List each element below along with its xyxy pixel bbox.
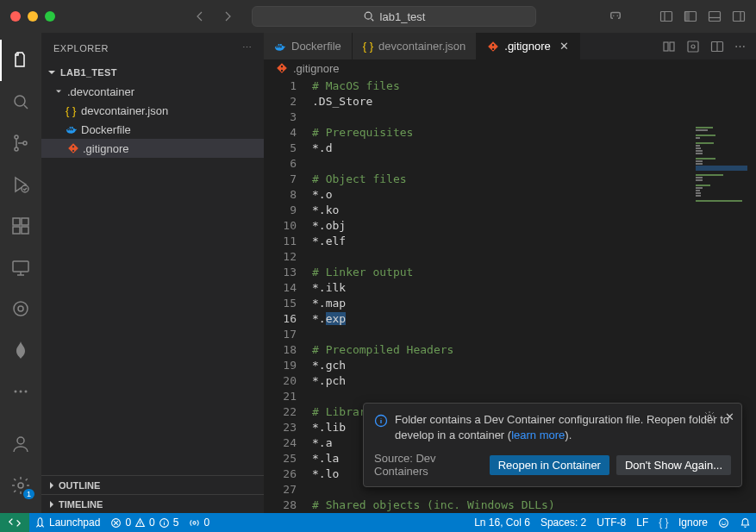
chevron-right-icon	[45, 479, 59, 492]
git-file-icon	[487, 41, 499, 53]
section-outline[interactable]: OUTLINE	[41, 475, 264, 494]
svg-rect-11	[13, 218, 20, 225]
activity-gitlens[interactable]	[0, 288, 41, 329]
sb-launchpad[interactable]: Launchpad	[29, 516, 105, 529]
sb-cursor-position[interactable]: Ln 16, Col 6	[469, 516, 535, 529]
sb-ports[interactable]: 0	[184, 516, 215, 529]
notification-link[interactable]: learn more	[511, 429, 565, 441]
sb-language[interactable]: { } Ignore	[653, 516, 713, 529]
activity-settings[interactable]: 1	[0, 465, 41, 506]
more-actions-icon[interactable]: ⋯	[734, 40, 746, 53]
breadcrumb-file: .gitignore	[293, 62, 339, 75]
activity-explorer[interactable]	[0, 40, 41, 81]
layout-toggle-bottom-icon[interactable]	[708, 9, 722, 23]
tab-label: devcontainer.json	[378, 40, 465, 53]
tab-dockerfile[interactable]: Dockerfile	[264, 33, 353, 59]
layout-customize-icon[interactable]	[732, 9, 746, 23]
tree-file-dockerfile[interactable]: Dockerfile	[41, 120, 264, 139]
tree-file-gitignore[interactable]: .gitignore	[41, 139, 264, 158]
svg-rect-5	[734, 12, 745, 22]
activity-extensions[interactable]	[0, 205, 41, 247]
json-file-icon: { }	[363, 40, 373, 53]
nav-forward-button[interactable]	[221, 9, 234, 23]
activity-run-debug[interactable]	[0, 164, 41, 205]
activity-source-control[interactable]	[0, 122, 41, 164]
minimap[interactable]	[696, 126, 747, 229]
dont-show-again-button[interactable]: Don't Show Again...	[616, 455, 731, 475]
svg-rect-4	[709, 12, 721, 22]
status-bar: Launchpad 0 0 5 0 Ln 16, Col 6 Spaces: 2…	[0, 513, 756, 532]
nav-arrows	[193, 9, 234, 23]
tab-close-icon[interactable]: ✕	[559, 40, 569, 53]
sidebar-header: EXPLORER ⋯	[41, 33, 264, 63]
copilot-icon[interactable]	[608, 9, 623, 24]
notification-toast: ✕ Folder contains a Dev Container config…	[363, 403, 742, 487]
sb-feedback-icon[interactable]	[713, 516, 734, 529]
git-file-icon	[67, 142, 83, 154]
notification-source: Source: Dev Containers	[374, 452, 483, 478]
command-center-search[interactable]: lab1_test	[252, 6, 536, 27]
activity-overflow[interactable]	[0, 371, 41, 412]
tree-file-devcontainer-json[interactable]: { } devcontainer.json	[41, 101, 264, 120]
activity-mongodb[interactable]	[0, 329, 41, 371]
tab-actions: ⋯	[652, 33, 756, 59]
svg-point-28	[708, 415, 711, 418]
svg-point-17	[18, 306, 23, 311]
activity-search[interactable]	[0, 81, 41, 122]
section-timeline[interactable]: TIMELINE	[41, 494, 264, 513]
radio-icon	[189, 517, 200, 529]
title-bar: lab1_test	[0, 0, 756, 33]
tab-gitignore[interactable]: .gitignore ✕	[477, 33, 579, 59]
svg-rect-12	[13, 227, 20, 234]
git-file-icon	[276, 62, 288, 74]
tab-label: .gitignore	[504, 40, 550, 53]
tree-folder-devcontainer[interactable]: .devcontainer	[41, 82, 264, 101]
tab-label: Dockerfile	[291, 40, 341, 53]
tab-bar: Dockerfile { } devcontainer.json .gitign…	[264, 33, 756, 59]
sidebar: EXPLORER ⋯ LAB1_TEST .devcontainer { } d…	[41, 33, 264, 513]
tree-item-label: .gitignore	[83, 142, 128, 155]
notification-close-icon[interactable]: ✕	[725, 410, 734, 423]
info-icon	[159, 517, 170, 529]
sidebar-more-icon[interactable]: ⋯	[242, 42, 253, 53]
editor-area: Dockerfile { } devcontainer.json .gitign…	[264, 33, 756, 513]
activity-remote-explorer[interactable]	[0, 247, 41, 288]
close-window-button[interactable]	[10, 11, 21, 22]
chevron-down-icon	[45, 66, 59, 79]
svg-point-26	[691, 45, 695, 48]
maximize-window-button[interactable]	[45, 11, 55, 22]
sidebar-title: EXPLORER	[53, 43, 109, 53]
layout-toggle-left-icon[interactable]	[659, 9, 673, 23]
sb-encoding[interactable]: UTF-8	[591, 516, 631, 529]
run-icon[interactable]	[686, 40, 700, 53]
breadcrumb[interactable]: .gitignore	[264, 59, 756, 77]
activity-accounts[interactable]	[0, 423, 41, 465]
tree-item-label: devcontainer.json	[81, 104, 168, 117]
svg-point-0	[365, 12, 372, 19]
nav-back-button[interactable]	[193, 9, 207, 23]
sb-eol[interactable]: LF	[631, 516, 653, 529]
split-editor-icon[interactable]	[710, 40, 724, 53]
remote-indicator[interactable]	[0, 513, 29, 532]
svg-point-16	[14, 302, 28, 316]
sb-notifications-icon[interactable]	[734, 516, 756, 529]
svg-rect-14	[22, 218, 28, 225]
layout-toggle-panel-icon[interactable]	[684, 9, 697, 23]
sb-problems[interactable]: 0 0 5	[105, 516, 184, 529]
tab-devcontainer-json[interactable]: { } devcontainer.json	[353, 33, 477, 59]
sb-indentation[interactable]: Spaces: 2	[535, 516, 591, 529]
section-label: OUTLINE	[59, 480, 100, 491]
svg-point-18	[15, 391, 17, 393]
search-icon	[363, 10, 375, 22]
line-gutter: 1234567891011121314151617181920212223242…	[264, 77, 312, 513]
svg-rect-15	[13, 261, 28, 272]
svg-rect-25	[688, 41, 698, 52]
compare-icon[interactable]	[662, 40, 676, 53]
tree-item-label: .devcontainer	[67, 85, 134, 98]
minimize-window-button[interactable]	[28, 11, 38, 22]
chevron-right-icon	[45, 498, 59, 511]
folder-header[interactable]: LAB1_TEST	[41, 63, 264, 82]
reopen-in-container-button[interactable]: Reopen in Container	[490, 455, 609, 475]
notification-settings-icon[interactable]	[703, 410, 715, 422]
info-icon	[374, 414, 388, 443]
